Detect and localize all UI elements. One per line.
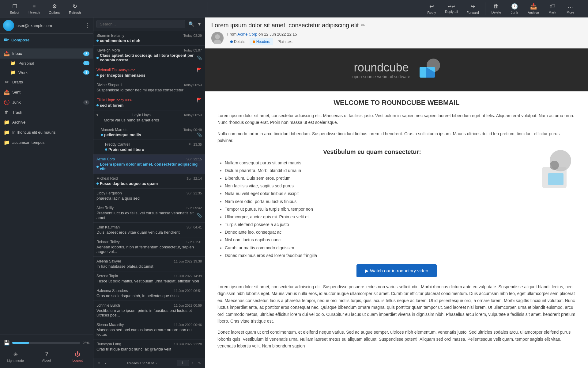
email-view-title: Lorem ipsum dolor sit amet, consectetur …: [211, 22, 582, 29]
edit-subject-icon[interactable]: ✏: [361, 22, 365, 28]
email-from: From Acme Corp on 12 Jun 2022 22:15: [227, 32, 582, 36]
email-header-row: Divine Shepard Today 00:53: [96, 83, 202, 87]
email-item[interactable]: Sharmin Bellamy Today 03:29 condimentum …: [93, 31, 205, 46]
email-sender: Muneeb Marriott: [101, 128, 127, 132]
email-subject-row: sed ut lorem: [96, 103, 202, 108]
sidebar-header: user@example.com ⋮: [0, 17, 93, 34]
email-item[interactable]: Rumaysa Lang 10 Jun 2022 21:28 Cras tris…: [93, 339, 205, 354]
sidebar-item-accumsan[interactable]: 📁 accumsan tempus: [0, 137, 93, 148]
reply-button[interactable]: ↩ Reply: [423, 1, 440, 16]
sidebar-menu-icon[interactable]: ⋮: [85, 22, 90, 29]
email-header-row: Muneeb Marriott Today 00:49: [101, 128, 202, 132]
refresh-button[interactable]: ↻ Refresh: [65, 1, 85, 16]
rc-section: Vestibulum eu quam consectetur: Nullam c…: [217, 148, 576, 259]
email-item[interactable]: Muneeb Marriott Today 00:49 pellentesque…: [93, 125, 205, 140]
reply-icon: ↩: [429, 3, 434, 10]
email-item[interactable]: Rohaan Talley Sun 01:31 Aenean lobortis,…: [93, 237, 205, 257]
sidebar-item-archive[interactable]: 📁 Archive: [0, 117, 93, 127]
email-sender: Acme Corp: [96, 157, 115, 161]
email-sender: Layla Hays: [132, 113, 150, 117]
email-subject: Cras tristique blandit nunc, ac gravida …: [96, 347, 171, 351]
first-page-button[interactable]: «: [96, 360, 102, 366]
sidebar-item-work[interactable]: 📁 Work 1: [0, 68, 93, 77]
email-item[interactable]: Freddy Cantrell Fri 23:35 Proin sed mi l…: [93, 140, 205, 155]
toolbar-separator: [208, 2, 208, 15]
email-header-row: ▾ Layla Hays Today 00:53: [96, 113, 202, 117]
email-item[interactable]: Serena Tapia 11 Jun 2022 14:39 Fusce ut …: [93, 271, 205, 286]
reply-all-button[interactable]: ↩↩ Reply all: [441, 2, 462, 15]
filter-button[interactable]: ▾: [197, 20, 202, 28]
sidebar-item-junk[interactable]: 🚫 Junk 7: [0, 97, 93, 107]
light-mode-button[interactable]: ☀ Light mode: [0, 349, 31, 364]
archive-icon: 📥: [530, 3, 537, 10]
email-item[interactable]: Alec Reilly Sun 09:42 Praesent luctus ex…: [93, 203, 205, 223]
sender-link[interactable]: Acme Corp: [237, 32, 257, 36]
email-item[interactable]: Webmail Tips Today 02:21 🚩 per Inceptos …: [93, 65, 205, 80]
page-input[interactable]: [177, 360, 189, 366]
email-header-row: Serena Tapia 11 Jun 2022 14:39: [96, 274, 202, 278]
sidebar-item-sent[interactable]: 📤 Sent: [0, 87, 93, 97]
next-page-button[interactable]: ›: [190, 360, 195, 366]
email-item[interactable]: Aleena Sawyer 11 Jun 2022 19:38 In hac h…: [93, 257, 205, 271]
threads-button[interactable]: ≡ Threads: [24, 1, 44, 16]
email-item[interactable]: Divine Shepard Today 00:53 Suspendisse i…: [93, 80, 205, 95]
email-date: Today 00:53: [183, 83, 202, 87]
sent-icon: 📤: [4, 89, 10, 95]
unread-indicator: [96, 104, 99, 106]
select-button[interactable]: ☐ Select: [6, 1, 23, 16]
tab-headers[interactable]: Headers: [250, 38, 273, 45]
email-item[interactable]: Emir Kaufman Sun 04:41 Duis laoreet eros…: [93, 223, 205, 237]
compose-button[interactable]: ✏ Compose: [0, 34, 93, 46]
sidebar-item-personal[interactable]: 📁 Personal 3: [0, 59, 93, 68]
delete-button[interactable]: 🗑 Delete: [488, 1, 505, 16]
email-item[interactable]: Sienna Mccarthy 11 Jun 2022 00:46 Maecen…: [93, 320, 205, 339]
email-item[interactable]: ▾ Layla Hays Today 00:53 Morbi varius nu…: [93, 110, 205, 125]
email-subject-row: Fusce dapibus augue ac quam: [96, 181, 202, 186]
list-item: Nullam consequat purus sit amet mauris: [225, 159, 527, 167]
rc-feature-list: Nullam consequat purus sit amet mauris D…: [217, 159, 527, 259]
sidebar: user@example.com ⋮ ✏ Compose 📥 Inbox 3 📁…: [0, 17, 93, 368]
more-button[interactable]: … More: [562, 1, 579, 16]
sender-avatar: [211, 32, 224, 44]
tab-details[interactable]: Details: [227, 38, 248, 45]
forward-button[interactable]: ↪ Forward: [463, 1, 482, 16]
tab-plain-text[interactable]: Plain text: [274, 38, 296, 45]
email-date: Today 02:21: [119, 68, 137, 72]
email-item[interactable]: Elicia Hope Today 00:49 🚩 sed ut lorem: [93, 95, 205, 110]
junk-button[interactable]: 🕐 Junk: [506, 1, 523, 16]
app-logo: [3, 20, 14, 31]
email-item[interactable]: Haleema Saunders 11 Jun 2022 06:51 Cras …: [93, 286, 205, 301]
archive-folder-icon: 📁: [4, 119, 10, 125]
email-header-row: Micheal Reid Sun 22:14: [96, 176, 202, 181]
options-button[interactable]: ⚙ Options: [45, 1, 64, 16]
forward-icon: ↪: [470, 3, 475, 10]
prev-page-button[interactable]: ‹: [103, 360, 108, 366]
email-subject: In hac habitasse platea dictumst: [96, 264, 153, 269]
rc-header: roundcube open source webmail software: [205, 48, 588, 91]
email-item[interactable]: Kayleigh Mora Today 03:07 Class aptent t…: [93, 46, 205, 65]
list-item: Nam sem odio, porta eu luctus finibus: [225, 198, 527, 205]
mark-button[interactable]: 🏷 Mark: [544, 1, 561, 16]
email-item[interactable]: Libby Ferguson Sun 21:35 pharetra lacini…: [93, 189, 205, 203]
email-header-row: Webmail Tips Today 02:21 🚩: [96, 67, 202, 72]
logout-button[interactable]: ⏻ Logout: [62, 349, 93, 364]
watch-video-button[interactable]: ▶ Watch our introductory video: [356, 264, 437, 277]
sidebar-item-trash[interactable]: 🗑 Trash: [0, 107, 93, 117]
email-item[interactable]: Micheal Reid Sun 22:14 Fusce dapibus aug…: [93, 174, 205, 189]
email-date: Sun 04:41: [187, 225, 202, 229]
about-button[interactable]: ? About: [31, 349, 62, 364]
sidebar-item-in-rhoncus[interactable]: 📁 In rhoncus elit eu mauris: [0, 127, 93, 137]
thread-collapse-arrow[interactable]: ▾: [96, 113, 98, 117]
email-sender: Rumaysa Lang: [96, 342, 121, 346]
email-list-footer: « ‹ Threads 1 to 50 of 53 › »: [93, 358, 205, 368]
search-button[interactable]: 🔍: [187, 20, 196, 28]
email-item[interactable]: Acme Corp Sun 22:15 Lorem ipsum dolor si…: [93, 155, 205, 174]
list-item: Nulla eu velit eget dolor finibus suscip…: [225, 190, 527, 197]
sidebar-item-inbox[interactable]: 📥 Inbox 3: [0, 48, 93, 59]
email-item[interactable]: Johnnie Burch 11 Jun 2022 00:59 Vestibul…: [93, 301, 205, 320]
sidebar-item-drafts[interactable]: ✏ Drafts: [0, 77, 93, 87]
search-input[interactable]: [96, 20, 185, 28]
rc-welcome-title: WELCOME TO ROUNDCUBE WEBMAIL: [217, 99, 576, 107]
last-page-button[interactable]: »: [196, 360, 202, 366]
archive-button[interactable]: 📥 Archive: [524, 1, 543, 16]
